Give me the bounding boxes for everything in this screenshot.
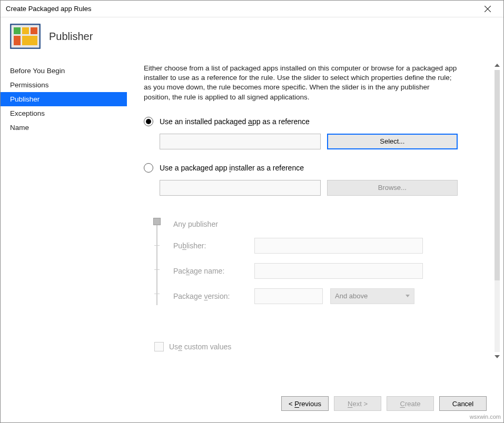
close-icon	[485, 6, 491, 12]
use-custom-values-label: Use custom values	[169, 343, 231, 351]
specificity-slider[interactable]	[149, 220, 165, 305]
wizard-header: Publisher	[1, 17, 503, 59]
option-installer[interactable]: Use a packaged app installer as a refere…	[144, 163, 458, 173]
slider-row-any-publisher: Any publisher	[173, 220, 452, 228]
sidebar-item-publisher[interactable]: Publisher	[1, 92, 127, 106]
svg-rect-3	[22, 27, 29, 34]
checkbox-icon	[154, 342, 164, 351]
applocker-icon	[10, 24, 41, 49]
publisher-input	[254, 238, 423, 254]
wizard-footer: < Previous Next > Create Cancel	[1, 388, 503, 422]
radio-icon	[144, 117, 153, 126]
chevron-down-icon	[406, 295, 410, 297]
specificity-panel: Any publisher Publisher: Package name: P…	[144, 209, 458, 310]
installed-app-row: Select...	[160, 134, 458, 149]
radio-icon	[144, 163, 153, 173]
svg-rect-4	[31, 27, 37, 34]
browse-button: Browse...	[327, 180, 458, 196]
slider-row-package-name: Package name:	[173, 263, 452, 279]
installer-path-input	[160, 180, 321, 196]
sidebar-item-name[interactable]: Name	[1, 120, 127, 135]
svg-rect-5	[14, 36, 21, 45]
option-installed-app[interactable]: Use an installed packaged app as a refer…	[144, 117, 458, 126]
version-condition-combo: And above	[330, 288, 414, 304]
titlebar: Create Packaged app Rules	[1, 1, 503, 17]
page-title: Publisher	[49, 31, 93, 43]
previous-button[interactable]: < Previous	[281, 396, 329, 411]
next-button: Next >	[334, 396, 381, 411]
content-area: Either choose from a list of packaged ap…	[127, 59, 503, 388]
cancel-button[interactable]: Cancel	[439, 396, 487, 411]
sidebar-item-permissions[interactable]: Permissions	[1, 78, 127, 92]
scroll-up-icon	[495, 64, 500, 67]
installer-row: Browse...	[160, 180, 458, 196]
slider-thumb-icon	[153, 218, 161, 225]
slider-row-package-version: Package version: And above	[173, 288, 452, 304]
watermark: wsxwin.com	[470, 414, 501, 420]
wizard-body: Before You Begin Permissions Publisher E…	[1, 59, 503, 388]
close-button[interactable]	[476, 1, 499, 17]
create-button: Create	[387, 396, 434, 411]
sidebar-item-before-you-begin[interactable]: Before You Begin	[1, 64, 127, 78]
vertical-scrollbar[interactable]	[493, 64, 501, 358]
scroll-down-icon	[495, 355, 500, 358]
slider-row-publisher: Publisher:	[173, 238, 452, 254]
package-name-input	[254, 263, 423, 279]
use-custom-values-checkbox: Use custom values	[154, 342, 458, 351]
intro-text: Either choose from a list of packaged ap…	[144, 64, 458, 102]
package-version-input	[254, 288, 323, 304]
select-button[interactable]: Select...	[327, 134, 458, 149]
sidebar: Before You Begin Permissions Publisher E…	[1, 59, 127, 388]
window-title: Create Packaged app Rules	[6, 5, 476, 13]
svg-rect-2	[14, 27, 21, 34]
option-installed-label: Use an installed packaged app as a refer…	[160, 117, 310, 126]
installed-app-input[interactable]	[160, 134, 321, 149]
sidebar-item-exceptions[interactable]: Exceptions	[1, 106, 127, 120]
scrollbar-thumb	[495, 70, 500, 280]
svg-rect-6	[22, 36, 37, 45]
option-installer-label: Use a packaged app installer as a refere…	[160, 164, 304, 172]
